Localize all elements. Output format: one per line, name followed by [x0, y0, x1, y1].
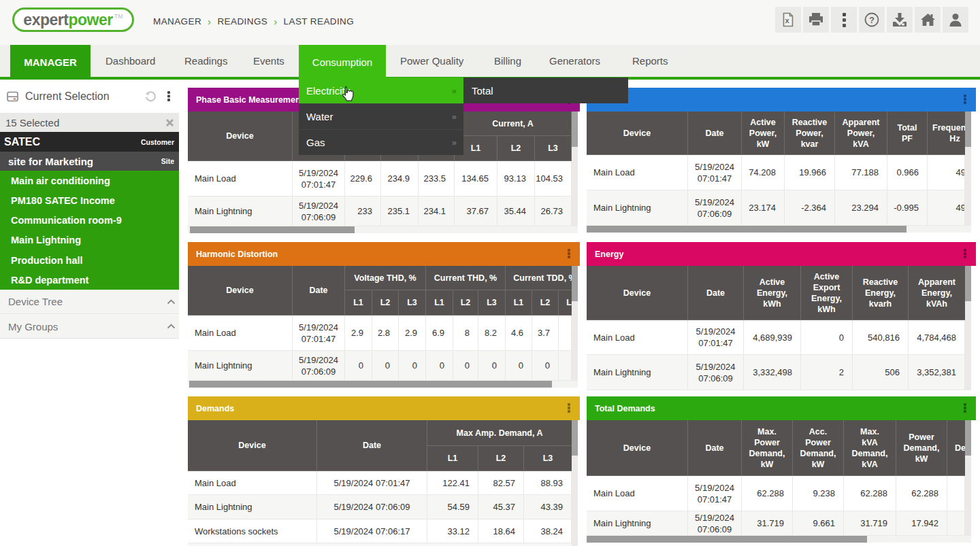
svg-text:x: x: [785, 16, 790, 24]
svg-text:?: ?: [869, 15, 875, 25]
